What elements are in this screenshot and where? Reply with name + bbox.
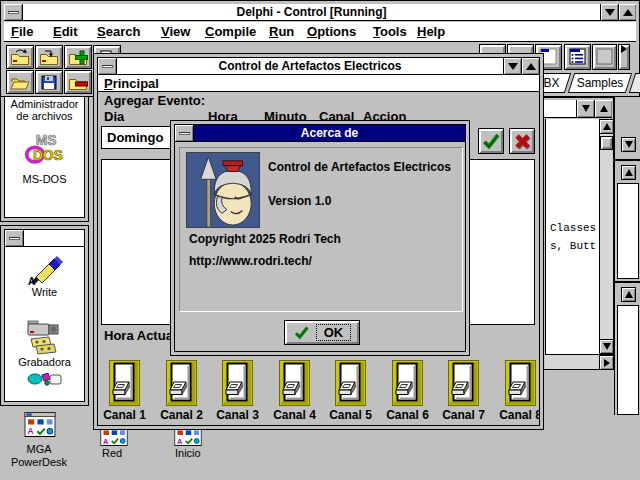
switch-canal-5[interactable] [335, 360, 366, 406]
group2-control-menu-button[interactable] [5, 230, 24, 246]
menu-options[interactable]: Options [307, 24, 356, 39]
add-event-label: Agregar Evento: [104, 93, 205, 108]
menu-run[interactable]: Run [269, 24, 294, 39]
app-titlebar: Control de Artefactos Electricos [98, 58, 539, 75]
app-maximize-button[interactable] [521, 58, 539, 74]
save-file-button[interactable] [35, 70, 63, 94]
icon-label-msdos[interactable]: MS-DOS [5, 173, 84, 185]
menu-help[interactable]: Help [417, 24, 445, 39]
palette-component-listbox-button[interactable] [564, 44, 591, 70]
editor-maximize-button[interactable] [594, 100, 612, 117]
mga-powerdesk-icon [24, 412, 56, 437]
editor-scroll-up-button[interactable] [599, 119, 614, 134]
icon-label-write[interactable]: Write [5, 286, 84, 298]
menu-edit[interactable]: Edit [53, 24, 78, 39]
about-product-name: Control de Artefactos Electricos [268, 160, 451, 174]
app-title: Control de Artefactos Electricos [117, 58, 503, 74]
switch-canal-8[interactable] [505, 360, 536, 406]
fragment-scroll-up-button-2[interactable] [621, 287, 636, 302]
delphi-minimize-button[interactable] [600, 4, 618, 20]
check-icon [481, 132, 501, 150]
editor-titlebar [539, 100, 612, 118]
channel-label-2: Canal 2 [151, 408, 212, 422]
about-dialog: Acerca de Control de Artefactos Electric… [170, 120, 470, 356]
palette-component-panel-button[interactable] [592, 44, 617, 70]
channel-label-8: Canal 8 [490, 408, 540, 422]
about-client-area: Control de Artefactos Electricos Version… [175, 142, 465, 351]
write-pen-icon[interactable] [27, 252, 63, 286]
ok-check-icon [293, 325, 310, 340]
switch-canal-1[interactable] [109, 360, 140, 406]
editor-vertical-scrollbar[interactable] [599, 119, 614, 354]
about-copyright: Copyright 2025 Rodri Tech [189, 232, 341, 246]
cancel-button[interactable] [509, 128, 535, 154]
ok-button-label: OK [316, 324, 352, 341]
soldier-image [186, 152, 260, 228]
channel-label-7: Canal 7 [433, 408, 494, 422]
open-file-button[interactable] [6, 70, 34, 94]
desktop: Administrador de archivos MS-DOS Write G… [0, 0, 640, 480]
about-control-menu-button[interactable] [175, 125, 194, 141]
fragment-scroll-down-button[interactable] [621, 137, 636, 152]
about-title: Acerca de [194, 125, 465, 141]
switch-canal-4[interactable] [279, 360, 310, 406]
recorder-icon[interactable] [25, 316, 63, 356]
delphi-title: Delphi - Control [Running] [23, 4, 600, 20]
menu-compile[interactable]: Compile [205, 24, 256, 39]
delphi-control-menu-button[interactable] [4, 4, 23, 20]
remove-file-button[interactable] [64, 70, 92, 94]
code-editor-window: Classes s, Butt [536, 97, 614, 370]
app-menu-principal[interactable]: Principal [104, 76, 159, 91]
cross-icon [512, 132, 532, 150]
add-file-button[interactable] [64, 45, 92, 69]
msdos-icon[interactable] [23, 131, 69, 169]
icon-label-recorder[interactable]: Grabadora [5, 356, 84, 368]
confirm-button[interactable] [478, 128, 504, 154]
menu-view[interactable]: View [161, 24, 190, 39]
ok-button[interactable]: OK [284, 320, 360, 345]
menu-tools[interactable]: Tools [373, 24, 407, 39]
channel-label-5: Canal 5 [320, 408, 381, 422]
editor-code-line-1: Classes [550, 222, 596, 234]
channel-label-6: Canal 6 [377, 408, 438, 422]
palette-tab-samples[interactable]: Samples [568, 73, 632, 93]
truck-icon[interactable] [27, 373, 67, 386]
switch-canal-6[interactable] [392, 360, 423, 406]
editor-code-line-2: s, Butt [550, 240, 596, 252]
editor-scroll-down-button[interactable] [599, 339, 614, 354]
editor-horizontal-scrollbar[interactable] [545, 354, 614, 369]
about-titlebar: Acerca de [175, 125, 465, 142]
open-project-button[interactable] [6, 45, 34, 69]
background-window-fragments [614, 97, 640, 415]
editor-scroll-thumb[interactable] [600, 136, 613, 150]
switch-canal-7[interactable] [448, 360, 479, 406]
delphi-menubar: File Edit Search View Compile Run Option… [4, 22, 636, 42]
about-version: Version 1.0 [268, 194, 331, 208]
program-group-window-2: Write Grabadora [0, 225, 89, 406]
editor-text-area[interactable]: Classes s, Butt [545, 119, 599, 354]
channel-label-4: Canal 4 [264, 408, 325, 422]
palette-scroll-right-button[interactable] [618, 44, 630, 70]
menu-search[interactable]: Search [97, 24, 140, 39]
editor-scroll-right-button[interactable] [599, 355, 614, 370]
field-label-dia: Dia [104, 109, 124, 124]
switch-canal-2[interactable] [166, 360, 197, 406]
channel-label-1: Canal 1 [97, 408, 155, 422]
channel-label-3: Canal 3 [207, 408, 268, 422]
add-file-arrow-button[interactable] [35, 45, 63, 69]
app-minimize-button[interactable] [503, 58, 521, 74]
delphi-maximize-button[interactable] [618, 4, 636, 20]
delphi-titlebar: Delphi - Control [Running] [4, 4, 636, 21]
app-control-menu-button[interactable] [98, 58, 117, 74]
about-url: http://www.rodri.tech/ [189, 254, 312, 268]
fragment-scroll-up-button-1[interactable] [621, 165, 636, 180]
app-menubar: Principal [98, 75, 539, 92]
editor-minimize-button[interactable] [576, 100, 594, 117]
day-combobox-value: Domingo [107, 130, 163, 145]
icon-label-file-manager[interactable]: Administrador de archivos [5, 98, 84, 122]
switch-canal-3[interactable] [222, 360, 253, 406]
group2-titlebar [5, 230, 84, 247]
menu-file[interactable]: File [11, 24, 33, 39]
